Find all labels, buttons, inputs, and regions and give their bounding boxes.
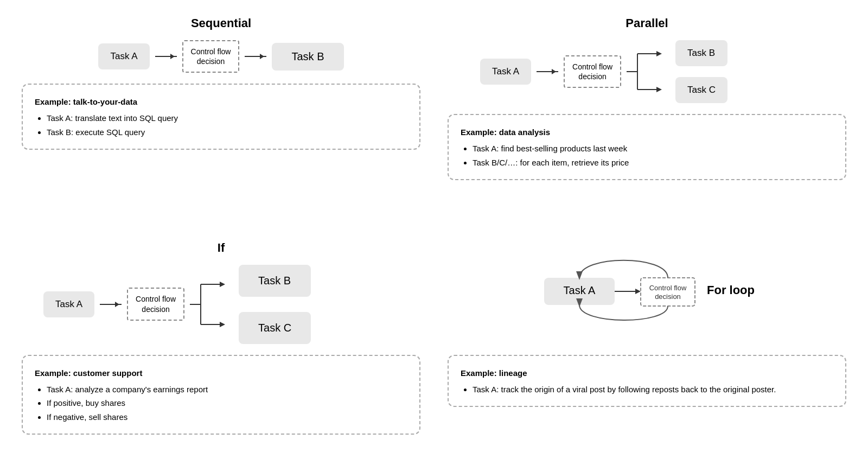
sequential-title: Sequential: [22, 16, 420, 30]
seq-decision: Control flowdecision: [182, 40, 240, 73]
for-loop-section: Task A Control flow decision For loop: [437, 235, 857, 455]
par-task-a: Task A: [480, 59, 531, 85]
sequential-example-item-1: Task B: execute SQL query: [47, 125, 407, 139]
if-task-c: Task C: [239, 312, 311, 344]
seq-arrow-2: [245, 56, 266, 57]
seq-arrow-line-2: [245, 56, 266, 57]
parallel-example-title: Example: data analysis: [461, 125, 833, 139]
for-loop-example-title: Example: lineage: [461, 366, 833, 380]
svg-text:decision: decision: [655, 292, 681, 301]
par-arrow-1: [537, 71, 558, 72]
svg-text:Task A: Task A: [563, 284, 596, 296]
parallel-example-list: Task A: find best-selling products last …: [473, 142, 833, 169]
seq-arrow-1: [155, 56, 177, 57]
if-example-item-1: If positive, buy shares: [47, 396, 407, 410]
svg-text:Control flow: Control flow: [649, 284, 686, 292]
par-arrow-line-1: [537, 71, 558, 72]
parallel-example-item-1: Task B/C/…: for each item, retrieve its …: [473, 156, 833, 170]
seq-task-b: Task B: [272, 43, 343, 71]
if-decision: Control flowdecision: [127, 288, 184, 320]
parallel-example: Example: data analysis Task A: find best…: [448, 114, 846, 180]
svg-marker-17: [635, 289, 641, 294]
svg-marker-3: [656, 51, 662, 56]
svg-text:For loop: For loop: [707, 283, 755, 297]
sequential-example: Example: talk-to-your-data Task A: trans…: [22, 84, 420, 150]
if-example-item-2: If negative, sell shares: [47, 410, 407, 424]
par-task-b: Task B: [675, 40, 727, 66]
parallel-section: Parallel Task A Control flowdecision Tas…: [437, 11, 857, 230]
if-task-b: Task B: [239, 265, 311, 297]
if-arrow-line-1: [100, 304, 122, 305]
par-decision: Control flowdecision: [564, 55, 621, 88]
if-title: If: [22, 241, 420, 255]
svg-marker-13: [220, 322, 225, 327]
svg-rect-18: [641, 278, 695, 306]
par-task-c: Task C: [675, 77, 727, 103]
if-task-a: Task A: [43, 291, 94, 317]
parallel-example-item-0: Task A: find best-selling products last …: [473, 142, 833, 156]
sequential-example-list: Task A: translate text into SQL query Ta…: [47, 111, 407, 139]
if-example: Example: customer support Task A: analyz…: [22, 355, 420, 435]
for-loop-example-list: Task A: track the origin of a viral post…: [473, 383, 833, 397]
par-branches: Task B Task C: [675, 40, 727, 103]
sequential-section: Sequential Task A Control flowdecision T…: [11, 11, 431, 230]
for-loop-diagram: Task A Control flow decision For loop: [448, 241, 846, 339]
if-section: If Task A Control flowdecision Task B Ta…: [11, 235, 431, 455]
sequential-example-item-0: Task A: translate text into SQL query: [47, 111, 407, 125]
parallel-title: Parallel: [448, 16, 846, 30]
sequential-example-title: Example: talk-to-your-data: [35, 94, 407, 109]
for-loop-example: Example: lineage Task A: track the origi…: [448, 355, 846, 407]
for-loop-svg: Task A Control flow decision For loop: [522, 246, 772, 333]
if-example-item-0: Task A: analyze a company's earnings rep…: [47, 383, 407, 397]
sequential-diagram: Task A Control flowdecision Task B: [22, 40, 420, 73]
if-arrow-1: [100, 304, 122, 305]
parallel-diagram: Task A Control flowdecision Task B Task …: [448, 40, 846, 103]
par-fork-svg: [627, 42, 670, 101]
if-fork-svg: [190, 269, 233, 340]
if-diagram: Task A Control flowdecision Task B Task …: [22, 265, 420, 344]
seq-task-a: Task A: [98, 43, 149, 69]
if-example-list: Task A: analyze a company's earnings rep…: [47, 383, 407, 424]
svg-marker-6: [656, 87, 662, 92]
svg-marker-10: [220, 282, 225, 287]
if-branches: Task B Task C: [239, 265, 311, 344]
for-loop-example-item-0: Task A: track the origin of a viral post…: [473, 383, 833, 397]
seq-arrow-line-1: [155, 56, 177, 57]
if-example-title: Example: customer support: [35, 366, 407, 380]
